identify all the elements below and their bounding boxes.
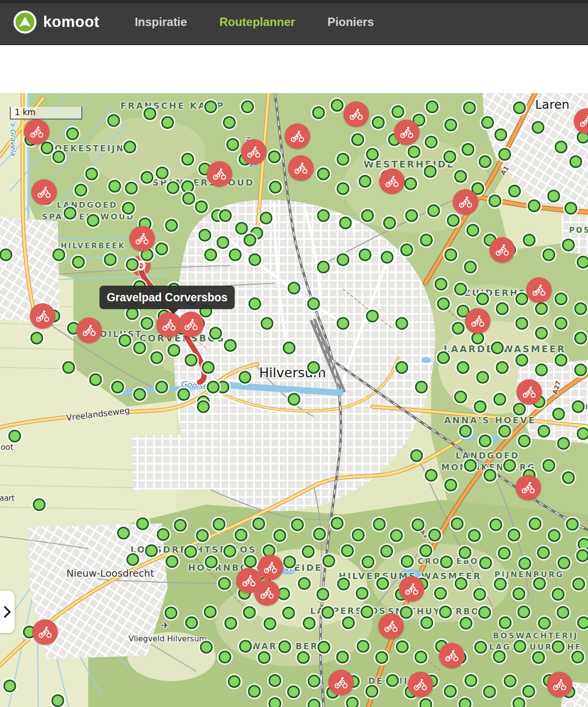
poi-marker[interactable] <box>443 150 456 163</box>
poi-marker[interactable] <box>376 577 389 590</box>
poi-marker[interactable] <box>336 651 349 663</box>
poi-marker[interactable] <box>513 697 525 707</box>
poi-marker[interactable] <box>491 341 504 354</box>
poi-marker[interactable] <box>119 334 131 347</box>
poi-marker[interactable] <box>185 616 198 629</box>
poi-marker[interactable] <box>548 529 561 542</box>
poi-marker[interactable] <box>555 141 567 153</box>
poi-marker[interactable] <box>184 545 197 558</box>
poi-marker[interactable] <box>498 148 511 161</box>
poi-marker[interactable] <box>342 616 355 629</box>
poi-marker[interactable] <box>361 606 373 618</box>
poi-marker[interactable] <box>144 107 156 120</box>
poi-marker[interactable] <box>288 393 300 406</box>
poi-marker[interactable] <box>542 248 555 261</box>
poi-marker[interactable] <box>455 577 467 590</box>
poi-marker[interactable] <box>297 651 310 664</box>
poi-marker[interactable] <box>185 354 197 366</box>
poi-marker[interactable] <box>515 354 528 366</box>
poi-marker[interactable] <box>396 640 409 653</box>
poi-marker[interactable] <box>287 685 300 698</box>
poi-marker[interactable] <box>408 146 420 158</box>
highlight-marker[interactable] <box>31 179 57 205</box>
poi-marker[interactable] <box>437 297 450 310</box>
poi-marker[interactable] <box>533 577 546 590</box>
poi-marker[interactable] <box>366 148 379 161</box>
poi-marker[interactable] <box>479 435 491 447</box>
poi-marker[interactable] <box>165 607 177 619</box>
poi-marker[interactable] <box>156 167 169 179</box>
poi-marker[interactable] <box>523 234 536 246</box>
poi-marker[interactable] <box>405 209 418 222</box>
poi-marker[interactable] <box>337 253 349 266</box>
poi-marker[interactable] <box>518 435 531 447</box>
poi-marker[interactable] <box>346 697 359 707</box>
poi-marker[interactable] <box>552 588 564 601</box>
nav-item-routeplanner[interactable]: Routeplanner <box>220 15 295 29</box>
poi-marker[interactable] <box>269 181 282 194</box>
poi-marker[interactable] <box>307 297 320 310</box>
poi-marker[interactable] <box>489 195 501 207</box>
poi-marker[interactable] <box>226 138 239 151</box>
poi-marker[interactable] <box>562 239 575 251</box>
poi-marker[interactable] <box>321 606 334 619</box>
poi-marker[interactable] <box>52 150 65 163</box>
poi-marker[interactable] <box>125 182 138 195</box>
poi-marker[interactable] <box>513 403 526 415</box>
nav-item-inspiratie[interactable]: Inspiratie <box>135 15 187 29</box>
poi-marker[interactable] <box>400 606 413 619</box>
poi-marker[interactable] <box>66 127 79 140</box>
poi-marker[interactable] <box>538 425 550 438</box>
poi-marker[interactable] <box>337 578 350 590</box>
poi-marker[interactable] <box>123 141 136 153</box>
poi-marker[interactable] <box>572 400 585 413</box>
poi-marker[interactable] <box>62 361 75 374</box>
poi-marker[interactable] <box>87 214 99 227</box>
poi-marker[interactable] <box>318 641 330 654</box>
poi-marker[interactable] <box>302 545 315 558</box>
poi-marker[interactable] <box>157 528 170 541</box>
poi-marker[interactable] <box>182 192 195 205</box>
poi-marker[interactable] <box>117 527 130 539</box>
poi-marker[interactable] <box>283 341 295 354</box>
poi-marker[interactable] <box>435 278 447 291</box>
poi-marker[interactable] <box>440 556 453 568</box>
poi-marker[interactable] <box>278 640 291 653</box>
poi-marker[interactable] <box>454 170 467 183</box>
poi-marker[interactable] <box>224 617 237 630</box>
poi-marker[interactable] <box>126 553 139 566</box>
poi-marker[interactable] <box>400 244 413 256</box>
poi-marker[interactable] <box>535 327 548 340</box>
poi-marker[interactable] <box>466 224 479 237</box>
poi-marker[interactable] <box>574 302 587 315</box>
poi-marker[interactable] <box>133 388 146 401</box>
poi-marker[interactable] <box>555 354 567 366</box>
poi-marker[interactable] <box>508 185 521 197</box>
poi-marker[interactable] <box>33 498 46 511</box>
poi-marker[interactable] <box>111 381 124 393</box>
poi-marker[interactable] <box>434 587 447 600</box>
poi-marker[interactable] <box>454 390 467 403</box>
poi-marker[interactable] <box>218 577 231 590</box>
poi-marker[interactable] <box>341 544 354 557</box>
poi-marker[interactable] <box>532 121 544 134</box>
poi-marker[interactable] <box>479 155 491 168</box>
poi-marker[interactable] <box>419 698 432 707</box>
poi-marker[interactable] <box>538 617 551 630</box>
poi-marker[interactable] <box>366 685 378 698</box>
poi-marker[interactable] <box>459 425 472 438</box>
poi-marker[interactable] <box>494 578 507 590</box>
poi-marker[interactable] <box>503 459 516 472</box>
highlight-marker[interactable] <box>24 119 49 145</box>
poi-marker[interactable] <box>395 317 408 330</box>
poi-marker[interactable] <box>517 606 530 618</box>
poi-marker[interactable] <box>558 557 570 569</box>
poi-marker[interactable] <box>412 518 424 531</box>
poi-marker[interactable] <box>248 253 261 266</box>
poi-marker[interactable] <box>401 555 414 568</box>
poi-marker[interactable] <box>322 555 335 567</box>
poi-marker[interactable] <box>204 248 217 261</box>
poi-marker[interactable] <box>228 675 241 688</box>
poi-marker[interactable] <box>478 606 491 619</box>
poi-marker[interactable] <box>552 640 564 653</box>
